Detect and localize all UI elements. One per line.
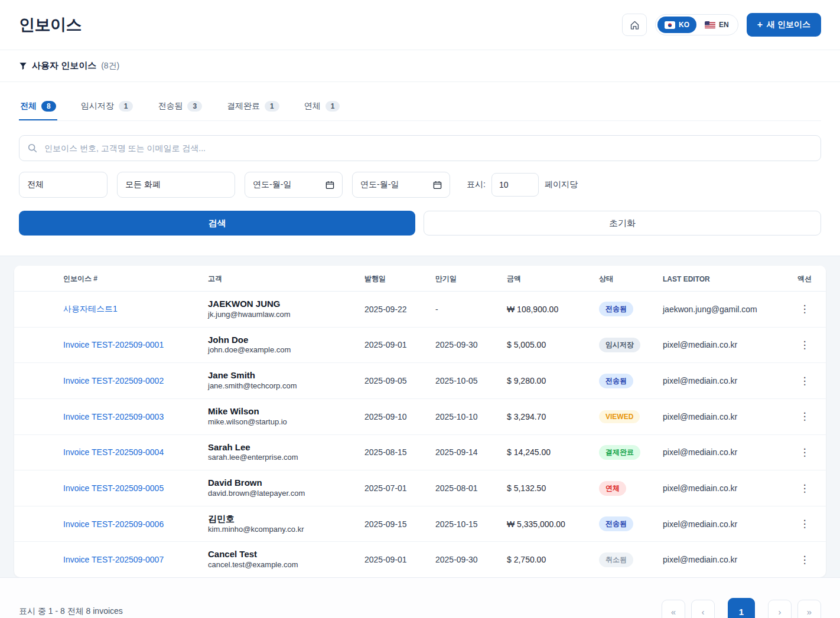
- table-row: Invoice TEST-202509-0004 Sarah Lee sarah…: [14, 434, 826, 470]
- tab-overdue[interactable]: 연체 1: [303, 95, 341, 120]
- pagination-prev-button[interactable]: ‹: [691, 600, 715, 618]
- invoice-table-card: 인보이스 # 고객 발행일 만기일 금액 상태 LAST EDITOR 액션 사…: [14, 266, 826, 577]
- tab-all-label: 전체: [20, 101, 37, 112]
- row-actions-button[interactable]: ⋮: [795, 516, 815, 531]
- customer-name: John Doe: [208, 335, 359, 346]
- status-badge: VIEWED: [599, 410, 640, 423]
- issue-date: 2025-09-15: [364, 506, 435, 542]
- status-badge: 임시저장: [599, 338, 640, 352]
- row-actions-button[interactable]: ⋮: [795, 338, 815, 352]
- subheader: 사용자 인보이스 (8건): [0, 50, 840, 82]
- header-invoice: 인보이스 #: [14, 266, 208, 292]
- invoice-table-rows: 사용자테스트1 JAEKWON JUNG jk.jung@hwaumlaw.co…: [14, 292, 826, 578]
- customer-email: jk.jung@hwaumlaw.com: [208, 310, 359, 320]
- customer-name: Sarah Lee: [208, 442, 359, 453]
- invoice-link[interactable]: Invoice TEST-202509-0005: [63, 483, 164, 493]
- issue-date: 2025-09-01: [364, 542, 435, 577]
- row-actions-button[interactable]: ⋮: [795, 552, 815, 567]
- date-from-input[interactable]: 연도-월-일: [245, 172, 343, 198]
- pagination-last-button[interactable]: »: [797, 600, 821, 618]
- invoice-link[interactable]: Invoice TEST-202509-0007: [63, 555, 164, 564]
- table-row: Invoice TEST-202509-0003 Mike Wilson mik…: [14, 398, 826, 434]
- header-issue-date: 발행일: [364, 266, 435, 292]
- customer-email: cancel.test@example.com: [208, 560, 359, 570]
- due-date: 2025-09-30: [435, 327, 507, 363]
- search-icon: [27, 143, 38, 153]
- row-actions-button[interactable]: ⋮: [795, 409, 815, 424]
- amount: ₩ 108,900.00: [507, 292, 599, 328]
- invoice-link[interactable]: Invoice TEST-202509-0006: [63, 519, 164, 529]
- invoice-link[interactable]: Invoice TEST-202509-0002: [63, 376, 164, 385]
- currency-filter-value: 모든 화폐: [125, 179, 161, 190]
- tab-draft-label: 임시저장: [81, 101, 114, 112]
- due-date: 2025-08-01: [435, 470, 507, 506]
- pagination: « ‹ 1 › »: [662, 598, 821, 618]
- status-tabs: 전체 8 임시저장 1 전송됨 3 결제완료 1 연체 1: [19, 95, 821, 121]
- per-page-input[interactable]: [491, 173, 539, 197]
- row-actions-button[interactable]: ⋮: [795, 445, 815, 460]
- status-badge: 전송됨: [599, 516, 633, 531]
- tab-sent[interactable]: 전송됨 3: [157, 95, 203, 120]
- per-page-control: 표시: 페이지당: [467, 173, 578, 197]
- pagination-next-button[interactable]: ›: [768, 600, 792, 618]
- subheader-count: (8건): [101, 61, 119, 71]
- customer-email: david.brown@latepayer.com: [208, 489, 359, 499]
- row-actions-button[interactable]: ⋮: [795, 481, 815, 496]
- calendar-icon: [433, 181, 442, 189]
- home-button[interactable]: [622, 14, 647, 36]
- invoice-link[interactable]: 사용자테스트1: [63, 304, 118, 313]
- lang-en-button[interactable]: EN: [698, 17, 736, 33]
- reset-button[interactable]: 초기화: [424, 211, 821, 236]
- date-to-input[interactable]: 연도-월-일: [352, 172, 450, 198]
- topbar-actions: KO EN + 새 인보이스: [622, 13, 821, 37]
- header-amount: 금액: [507, 266, 599, 292]
- invoice-link[interactable]: Invoice TEST-202509-0003: [63, 412, 164, 421]
- tab-draft[interactable]: 임시저장 1: [80, 95, 135, 120]
- last-editor: pixel@mediain.co.kr: [663, 434, 792, 470]
- due-date: 2025-10-15: [435, 506, 507, 542]
- invoice-table: 인보이스 # 고객 발행일 만기일 금액 상태 LAST EDITOR 액션 사…: [14, 266, 826, 577]
- header-status: 상태: [599, 266, 663, 292]
- row-actions-button[interactable]: ⋮: [795, 302, 815, 316]
- row-actions-button[interactable]: ⋮: [795, 374, 815, 388]
- customer-email: mike.wilson@startup.io: [208, 417, 359, 427]
- per-page-label: 표시:: [467, 179, 486, 190]
- customer-email: john.doe@example.com: [208, 345, 359, 355]
- table-row: Invoice TEST-202509-0001 John Doe john.d…: [14, 327, 826, 363]
- due-date: 2025-10-05: [435, 363, 507, 399]
- status-badge: 결제완료: [599, 445, 640, 460]
- topbar: 인보이스 KO EN: [0, 0, 840, 50]
- issue-date: 2025-09-05: [364, 363, 435, 399]
- lang-en-label: EN: [719, 21, 729, 29]
- per-page-suffix: 페이지당: [545, 179, 578, 190]
- search-input[interactable]: [19, 135, 821, 161]
- due-date: 2025-09-30: [435, 542, 507, 577]
- tab-paid-label: 결제완료: [227, 101, 260, 112]
- amount: $ 9,280.00: [507, 363, 599, 399]
- last-editor: pixel@mediain.co.kr: [663, 506, 792, 542]
- tab-paid[interactable]: 결제완료 1: [226, 95, 281, 120]
- currency-filter-select[interactable]: 모든 화폐: [117, 172, 235, 198]
- tab-paid-count: 1: [265, 101, 279, 112]
- customer-name: JAEKWON JUNG: [208, 299, 359, 310]
- amount: $ 3,294.70: [507, 398, 599, 434]
- pagination-first-button[interactable]: «: [662, 600, 685, 618]
- top-section: 인보이스 KO EN: [0, 0, 840, 256]
- header-action: 액션: [792, 266, 826, 292]
- new-invoice-button[interactable]: + 새 인보이스: [747, 13, 821, 37]
- last-editor: pixel@mediain.co.kr: [663, 398, 792, 434]
- tab-all[interactable]: 전체 8: [19, 95, 57, 120]
- search-button[interactable]: 검색: [19, 211, 415, 236]
- tab-overdue-count: 1: [325, 101, 340, 112]
- invoice-link[interactable]: Invoice TEST-202509-0001: [63, 340, 164, 349]
- status-badge: 전송됨: [599, 374, 633, 388]
- tab-sent-label: 전송됨: [158, 101, 183, 112]
- table-row: Invoice TEST-202509-0002 Jane Smith jane…: [14, 363, 826, 399]
- lang-ko-button[interactable]: KO: [657, 17, 696, 33]
- pagination-page-1-button[interactable]: 1: [728, 598, 755, 618]
- date-from-placeholder: 연도-월-일: [253, 179, 291, 190]
- tab-draft-count: 1: [119, 101, 134, 112]
- status-filter-select[interactable]: 전체: [19, 172, 108, 198]
- status-badge: 취소됨: [599, 552, 633, 567]
- invoice-link[interactable]: Invoice TEST-202509-0004: [63, 447, 164, 457]
